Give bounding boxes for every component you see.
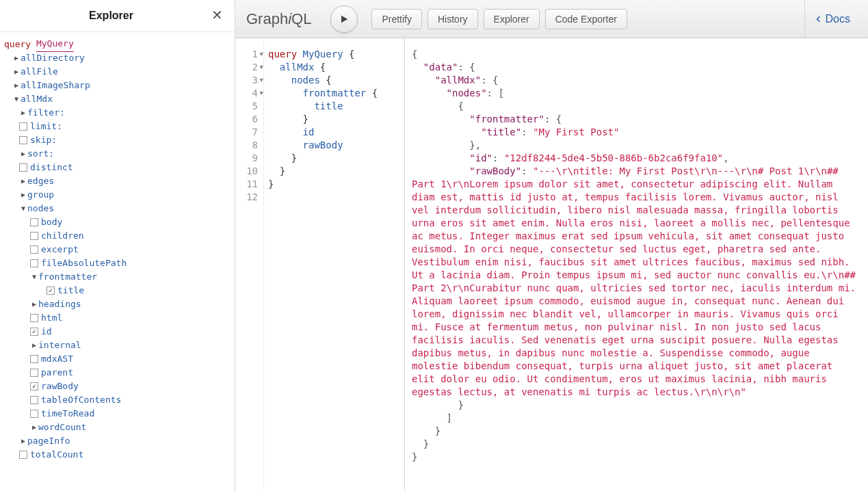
tree-item-mdxAST[interactable]: mdxAST [3,352,232,366]
tree-label[interactable]: allImageSharp [21,79,90,92]
field-checkbox[interactable] [30,314,38,322]
tree-label[interactable]: tableOfContents [41,393,121,407]
tree-label[interactable]: edges [27,174,54,188]
explorer-button[interactable]: Explorer [484,9,540,29]
tree-item-children[interactable]: children [3,229,232,243]
execute-button[interactable] [330,5,358,33]
docs-button[interactable]: Docs [804,0,860,38]
tree-label[interactable]: frontmatter [38,270,97,284]
field-checkbox[interactable] [30,355,38,363]
tree-label[interactable]: pageInfo [27,434,70,448]
tree-item-pageInfo[interactable]: ▶ pageInfo [3,434,232,448]
tree-label[interactable]: allDirectory [21,51,85,65]
fold-icon[interactable]: ▼ [260,87,263,100]
expand-icon[interactable]: ▶ [19,188,27,202]
tree-item-headings[interactable]: ▶ headings [3,297,232,311]
expand-icon[interactable]: ▼ [19,202,27,215]
tree-item-tableOfContents[interactable]: tableOfContents [3,393,232,407]
code-area[interactable]: query MyQuery { allMdx { nodes { frontma… [264,38,404,491]
expand-icon[interactable]: ▶ [30,339,38,352]
field-checkbox[interactable] [19,122,27,131]
tree-label[interactable]: excerpt [41,243,79,256]
fold-icon[interactable]: ▼ [260,61,263,74]
field-checkbox[interactable] [30,396,38,404]
tree-item-internal[interactable]: ▶ internal [3,339,232,352]
tree-item-timeToRead[interactable]: timeToRead [3,407,232,421]
tree-item-skip[interactable]: skip: [3,133,232,147]
tree-item-allMdx[interactable]: ▼ allMdx [3,92,232,106]
code-line[interactable]: } [268,165,400,178]
expand-icon[interactable]: ▼ [12,92,21,106]
tree-item-id[interactable]: id [3,325,232,339]
tree-label[interactable]: id [41,325,52,339]
tree-item-nodes[interactable]: ▼ nodes [3,202,232,215]
expand-icon[interactable]: ▶ [12,79,21,92]
code-line[interactable]: nodes { [268,74,400,87]
code-line[interactable] [268,191,400,204]
tree-label[interactable]: limit: [30,120,62,133]
code-line[interactable]: } [268,113,400,126]
tree-label[interactable]: totalCount [30,448,83,462]
code-line[interactable]: query MyQuery { [268,48,400,61]
field-checkbox[interactable] [30,382,38,390]
code-line[interactable]: allMdx { [268,61,400,74]
expand-icon[interactable]: ▶ [19,106,27,120]
code-line[interactable]: } [268,152,400,165]
tree-label[interactable]: headings [38,297,81,311]
explorer-tree[interactable]: query MyQuery ▶ allDirectory▶ allFile▶ a… [0,32,235,491]
code-line[interactable]: rawBody [268,139,400,152]
code-line[interactable]: frontmatter { [268,87,400,100]
field-checkbox[interactable] [30,328,38,336]
expand-icon[interactable]: ▶ [19,174,27,188]
prettify-button[interactable]: Prettify [371,9,422,29]
field-checkbox[interactable] [30,259,38,267]
field-checkbox[interactable] [19,451,27,459]
expand-icon[interactable]: ▶ [12,65,21,79]
tree-item-title[interactable]: title [3,284,232,297]
field-checkbox[interactable] [30,218,38,226]
tree-label[interactable]: internal [38,339,81,352]
tree-item-totalCount[interactable]: totalCount [3,448,232,462]
expand-icon[interactable]: ▶ [12,51,21,65]
tree-label[interactable]: allMdx [21,92,53,106]
field-checkbox[interactable] [19,163,27,172]
field-checkbox[interactable] [19,136,27,144]
tree-item-filter[interactable]: ▶ filter: [3,106,232,120]
tree-item-distinct[interactable]: distinct [3,161,232,174]
tree-label[interactable]: group [27,188,54,202]
result-viewer[interactable]: { "data": { "allMdx": { "nodes": [ { "fr… [405,38,868,491]
expand-icon[interactable]: ▶ [30,297,38,311]
tree-label[interactable]: distinct [30,161,73,174]
tree-label[interactable]: filter: [27,106,65,120]
field-checkbox[interactable] [30,410,38,418]
tree-item-fileAbsolutePath[interactable]: fileAbsolutePath [3,256,232,270]
code-line[interactable]: } [268,178,400,191]
tree-label[interactable]: html [41,311,62,325]
tree-item-parent[interactable]: parent [3,366,232,380]
history-button[interactable]: History [428,9,478,29]
field-checkbox[interactable] [30,232,38,240]
tree-item-frontmatter[interactable]: ▼ frontmatter [3,270,232,284]
tree-label[interactable]: skip: [30,133,57,147]
tree-item-limit[interactable]: limit: [3,120,232,133]
tree-item-allDirectory[interactable]: ▶ allDirectory [3,51,232,65]
expand-icon[interactable]: ▶ [30,421,38,434]
close-icon[interactable]: ✕ [211,10,224,22]
query-name[interactable]: MyQuery [36,37,74,52]
code-line[interactable]: id [268,126,400,139]
tree-label[interactable]: sort: [27,147,54,161]
field-checkbox[interactable] [47,287,55,295]
fold-icon[interactable]: ▼ [260,74,263,87]
field-checkbox[interactable] [30,246,38,254]
tree-label[interactable]: fileAbsolutePath [41,256,127,270]
tree-item-body[interactable]: body [3,215,232,229]
query-definition[interactable]: query MyQuery [3,38,232,51]
fold-icon[interactable]: ▼ [260,48,263,61]
tree-label[interactable]: rawBody [41,380,79,393]
tree-label[interactable]: body [41,215,62,229]
expand-icon[interactable]: ▶ [19,147,27,161]
tree-label[interactable]: mdxAST [41,352,73,366]
tree-label[interactable]: timeToRead [41,407,94,421]
tree-item-allImageSharp[interactable]: ▶ allImageSharp [3,79,232,92]
tree-label[interactable]: wordCount [38,421,86,434]
